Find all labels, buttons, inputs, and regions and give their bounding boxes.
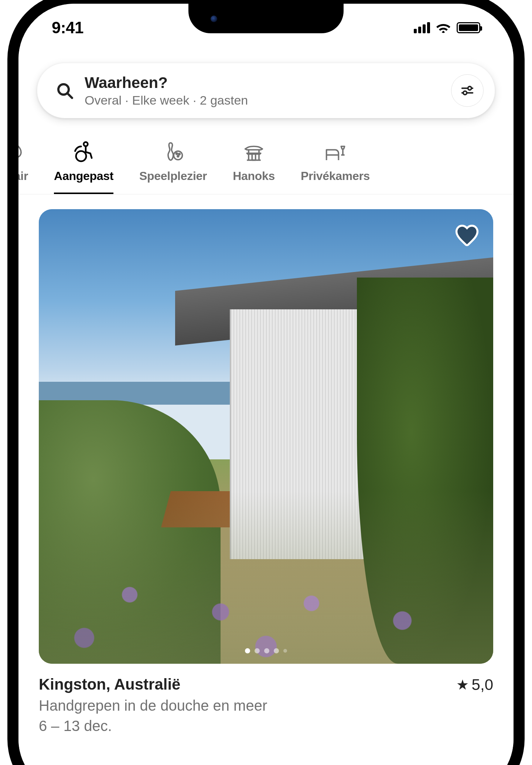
flame-icon bbox=[18, 140, 27, 163]
cellular-signal-icon bbox=[414, 22, 430, 33]
wifi-icon bbox=[436, 22, 451, 33]
bowling-icon bbox=[162, 140, 184, 163]
favorite-button[interactable] bbox=[454, 222, 480, 248]
bed-lamp-icon bbox=[324, 140, 346, 163]
carousel-dots bbox=[245, 648, 287, 653]
listing-dates: 6 – 13 dec. bbox=[39, 718, 493, 734]
filter-button[interactable] bbox=[451, 74, 484, 107]
search-icon bbox=[56, 82, 74, 99]
wheelchair-icon bbox=[73, 140, 95, 163]
search-title: Waarheen? bbox=[85, 74, 440, 92]
svg-line-1 bbox=[68, 94, 72, 98]
svg-point-5 bbox=[463, 91, 467, 95]
search-subtitle: Overal · Elke week · 2 gasten bbox=[85, 93, 440, 108]
category-label: ulair bbox=[18, 169, 28, 183]
svg-point-10 bbox=[178, 153, 180, 155]
svg-point-7 bbox=[76, 151, 86, 162]
listing-image-carousel[interactable] bbox=[39, 209, 493, 664]
star-icon: ★ bbox=[456, 677, 469, 693]
category-label: Hanoks bbox=[233, 169, 275, 183]
category-label: Privékamers bbox=[301, 169, 370, 183]
category-label: Aangepast bbox=[54, 169, 113, 183]
battery-icon bbox=[457, 22, 480, 33]
category-label: Speelplezier bbox=[139, 169, 207, 183]
search-bar[interactable]: Waarheen? Overal · Elke week · 2 gasten bbox=[37, 63, 495, 118]
heart-icon bbox=[454, 222, 480, 248]
svg-point-3 bbox=[468, 86, 472, 90]
listing-subtitle: Handgrepen in de douche en meer bbox=[39, 697, 493, 714]
status-time: 9:41 bbox=[52, 18, 83, 37]
category-tabs: ulair Aangepast bbox=[18, 129, 514, 194]
category-tab-private-rooms[interactable]: Privékamers bbox=[301, 140, 370, 194]
listing-title: Kingston, Australië bbox=[39, 676, 180, 693]
category-tab-popular[interactable]: ulair bbox=[18, 140, 28, 194]
svg-point-11 bbox=[177, 156, 179, 157]
listing-rating: ★ 5,0 bbox=[456, 676, 493, 694]
category-tab-adapted[interactable]: Aangepast bbox=[54, 140, 113, 194]
svg-point-6 bbox=[83, 142, 88, 146]
device-notch bbox=[188, 4, 344, 33]
category-tab-play[interactable]: Speelplezier bbox=[139, 140, 207, 194]
sliders-icon bbox=[460, 84, 474, 98]
svg-point-9 bbox=[176, 153, 177, 154]
category-tab-hanoks[interactable]: Hanoks bbox=[233, 140, 275, 194]
hanok-icon bbox=[243, 140, 265, 163]
